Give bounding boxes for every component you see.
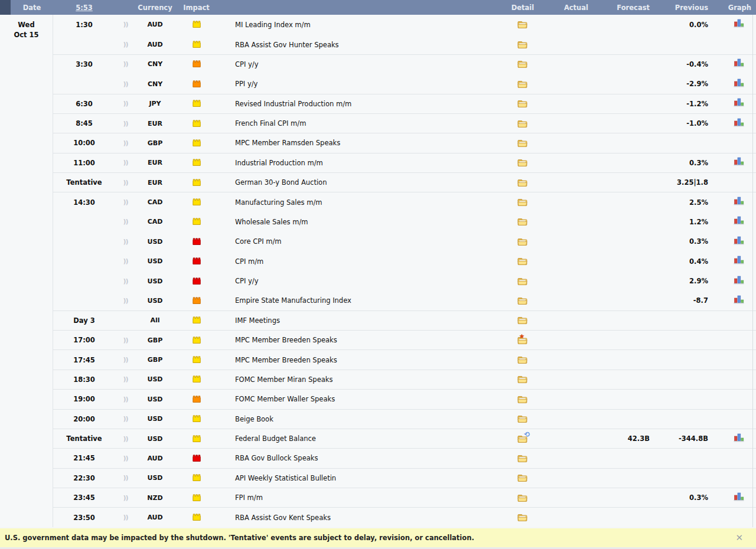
alert-sound-icon[interactable]: )) [115, 139, 136, 147]
detail-folder-icon[interactable] [517, 257, 528, 266]
detail-folder-icon[interactable] [517, 355, 528, 364]
event-title[interactable]: Core CPI m/m [219, 237, 508, 246]
event-title[interactable]: API Weekly Statistical Bulletin [219, 474, 508, 482]
detail-folder-icon[interactable] [517, 375, 528, 384]
event-title[interactable]: RBA Gov Bullock Speaks [219, 454, 508, 462]
event-title[interactable]: RBA Assist Gov Hunter Speaks [219, 41, 508, 49]
graph-chart-icon[interactable] [734, 58, 744, 70]
header-left-cap [0, 0, 11, 15]
detail-folder-icon[interactable] [517, 178, 528, 187]
close-icon[interactable]: ✕ [735, 532, 748, 543]
event-title[interactable]: German 30-y Bond Auction [219, 178, 508, 187]
event-title[interactable]: FOMC Member Waller Speaks [219, 395, 508, 403]
event-time: 20:00 [53, 415, 115, 423]
detail-folder-icon[interactable] [517, 158, 528, 167]
alert-sound-icon[interactable]: )) [115, 218, 136, 226]
alert-sound-icon[interactable]: )) [115, 277, 136, 285]
detail-folder-icon[interactable] [517, 454, 528, 463]
detail-folder-icon[interactable] [517, 296, 528, 305]
alert-sound-icon[interactable]: )) [115, 336, 136, 344]
detail-folder-icon[interactable] [517, 277, 528, 286]
event-title[interactable]: CPI y/y [219, 277, 508, 285]
detail-folder-icon[interactable] [517, 414, 528, 423]
event-title[interactable]: French Final CPI m/m [219, 119, 508, 128]
event-title[interactable]: FPI m/m [219, 494, 508, 502]
graph-chart-icon[interactable] [734, 79, 744, 90]
detail-folder-icon[interactable] [517, 99, 528, 108]
alert-sound-icon[interactable]: )) [115, 198, 136, 206]
alert-sound-icon[interactable]: )) [115, 179, 136, 187]
detail-folder-icon[interactable] [517, 237, 528, 246]
alert-sound-icon[interactable]: )) [115, 297, 136, 305]
event-title[interactable]: Manufacturing Sales m/m [219, 198, 508, 207]
event-time: Tentative [53, 178, 115, 187]
alert-sound-icon[interactable]: )) [115, 21, 136, 28]
graph-chart-icon[interactable] [734, 492, 744, 504]
detail-folder-icon[interactable] [517, 119, 528, 128]
detail-folder-icon[interactable] [517, 473, 528, 482]
graph-chart-icon[interactable] [734, 19, 744, 30]
event-title[interactable]: Federal Budget Balance [219, 434, 508, 443]
event-title[interactable]: FOMC Member Miran Speaks [219, 375, 508, 384]
alert-sound-icon[interactable]: )) [115, 514, 136, 521]
detail-folder-icon[interactable] [517, 60, 528, 68]
detail-folder-icon[interactable] [517, 316, 528, 325]
event-title[interactable]: PPI y/y [219, 80, 508, 88]
alert-sound-icon[interactable]: )) [115, 435, 136, 443]
alert-sound-icon[interactable]: )) [115, 159, 136, 166]
alert-sound-icon[interactable]: )) [115, 474, 136, 482]
event-title[interactable]: CPI y/y [219, 60, 508, 68]
alert-sound-icon[interactable]: )) [115, 238, 136, 246]
alert-sound-icon[interactable]: )) [115, 455, 136, 462]
alert-sound-icon[interactable]: )) [115, 494, 136, 502]
event-title[interactable]: MPC Member Ramsden Speaks [219, 139, 508, 147]
event-title[interactable]: MPC Member Breeden Speaks [219, 356, 508, 364]
detail-folder-icon[interactable] [517, 217, 528, 226]
event-title[interactable]: CPI m/m [219, 257, 508, 266]
graph-chart-icon[interactable] [734, 118, 744, 129]
alert-sound-icon[interactable]: )) [115, 375, 136, 383]
event-title[interactable]: Wholesale Sales m/m [219, 218, 508, 226]
detail-folder-icon[interactable] [517, 395, 528, 404]
event-title[interactable]: Empire State Manufacturing Index [219, 296, 508, 305]
detail-folder-icon[interactable] [517, 494, 528, 502]
previous-value: -8.7 [656, 296, 718, 305]
alert-sound-icon[interactable]: )) [115, 80, 136, 88]
alert-sound-icon[interactable]: )) [115, 60, 136, 68]
alert-sound-icon[interactable]: )) [115, 396, 136, 403]
detail-folder-icon[interactable]: ⟲ [517, 434, 528, 443]
detail-folder-icon[interactable]: ★ [517, 336, 528, 345]
graph-chart-icon[interactable] [734, 236, 744, 247]
detail-folder-icon[interactable] [517, 20, 528, 29]
graph-chart-icon[interactable] [734, 295, 744, 306]
alert-sound-icon[interactable]: )) [115, 415, 136, 423]
impact-icon [193, 295, 201, 306]
alert-sound-icon[interactable]: )) [115, 257, 136, 265]
event-title[interactable]: Beige Book [219, 415, 508, 423]
event-title[interactable]: Revised Industrial Production m/m [219, 100, 508, 108]
event-title[interactable]: IMF Meetings [219, 316, 508, 325]
graph-chart-icon[interactable] [734, 216, 744, 227]
alert-sound-icon[interactable]: )) [115, 100, 136, 107]
event-title[interactable]: RBA Assist Gov Kent Speaks [219, 514, 508, 522]
graph-chart-icon[interactable] [734, 256, 744, 267]
graph-chart-icon[interactable] [734, 433, 744, 445]
alert-sound-icon[interactable]: )) [115, 41, 136, 48]
graph-chart-icon[interactable] [734, 197, 744, 208]
alert-sound-icon[interactable]: )) [115, 356, 136, 364]
detail-folder-icon[interactable] [517, 40, 528, 49]
current-time-link[interactable]: 5:53 [76, 4, 93, 12]
event-title[interactable]: MPC Member Breeden Speaks [219, 336, 508, 344]
event-time: 10:00 [53, 139, 115, 147]
graph-chart-icon[interactable] [734, 276, 744, 287]
detail-folder-icon[interactable] [517, 198, 528, 207]
previous-value: 0.4% [656, 257, 718, 266]
detail-folder-icon[interactable] [517, 513, 528, 522]
event-title[interactable]: Industrial Production m/m [219, 159, 508, 167]
graph-chart-icon[interactable] [734, 98, 744, 109]
event-title[interactable]: MI Leading Index m/m [219, 21, 508, 29]
detail-folder-icon[interactable] [517, 139, 528, 148]
detail-folder-icon[interactable] [517, 80, 528, 89]
graph-chart-icon[interactable] [734, 157, 744, 168]
alert-sound-icon[interactable]: )) [115, 120, 136, 128]
